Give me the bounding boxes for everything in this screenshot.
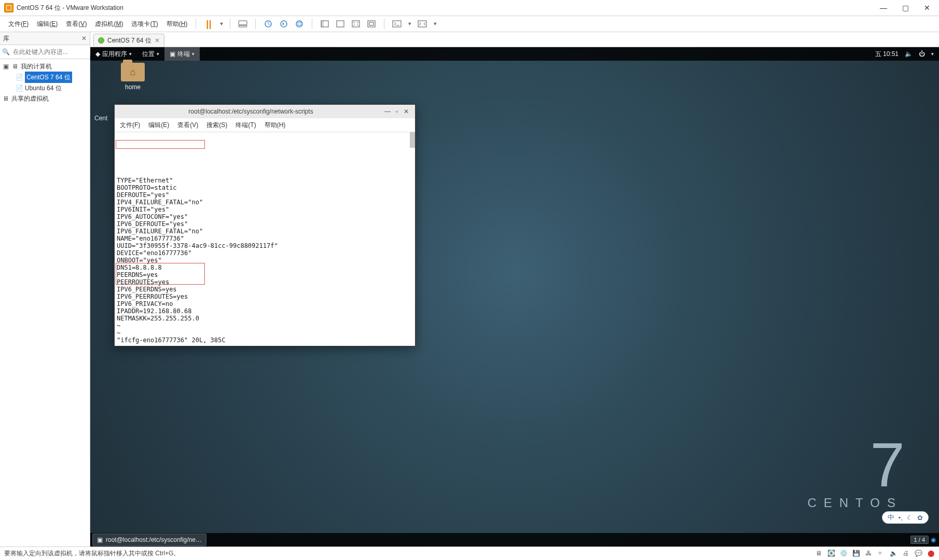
window-minimize-button[interactable]: — — [880, 4, 887, 12]
library-search[interactable]: 🔍 ▼ — [0, 45, 90, 59]
view-fullscreen-button[interactable] — [350, 18, 362, 30]
enter-guest-button[interactable] — [391, 18, 403, 30]
vm-tab-close-button[interactable]: ✕ — [155, 37, 160, 44]
ime-punct-button[interactable]: •, — [899, 514, 903, 522]
status-record-icon[interactable]: ⬤ — [927, 549, 935, 557]
terminal-titlebar[interactable]: root@localhost:/etc/sysconfig/network-sc… — [115, 105, 415, 118]
ime-moon-button[interactable]: ☾ — [907, 514, 913, 522]
terminal-menu-file[interactable]: 文件(F) — [120, 121, 140, 130]
taskbar-item-terminal[interactable]: ▣ root@localhost:/etc/sysconfig/ne… — [92, 534, 206, 546]
status-usb-icon[interactable]: ᯤ — [877, 549, 885, 557]
status-network-icon[interactable]: 🖧 — [864, 549, 873, 557]
stretch-guest-caret[interactable]: ▼ — [433, 21, 437, 26]
terminal-menu-edit[interactable]: 编辑(E) — [148, 121, 169, 130]
terminal-line: IPV6_DEFROUTE="yes" — [117, 220, 413, 228]
gnome-clock[interactable]: 五 10:51 — [875, 50, 899, 59]
view-console-button[interactable] — [319, 18, 331, 30]
vm-tab-label: CentOS 7 64 位 — [107, 36, 151, 45]
terminal-close-button[interactable]: ✕ — [402, 108, 411, 115]
window-maximize-button[interactable]: ▢ — [902, 4, 909, 12]
menu-help[interactable]: 帮助(H) — [162, 18, 192, 31]
terminal-line: BOOTPROTO=static — [117, 184, 413, 191]
gnome-terminal-launcher[interactable]: ▣ 终端 ▾ — [164, 47, 200, 61]
menu-edit[interactable]: 编辑(E) — [33, 18, 62, 31]
vm-tab-centos[interactable]: CentOS 7 64 位 ✕ — [93, 34, 164, 47]
power-dropdown-caret[interactable]: ▼ — [219, 21, 224, 26]
terminal-line: IPADDR=192.168.80.68 — [117, 307, 413, 315]
send-ctrlaltdel-button[interactable] — [237, 18, 249, 30]
terminal-menubar: 文件(F) 编辑(E) 查看(V) 搜索(S) 终端(T) 帮助(H) — [115, 118, 415, 132]
tree-vm-centos[interactable]: 📄 CentOS 7 64 位 — [1, 72, 89, 83]
ime-language-button[interactable]: 中 — [888, 513, 894, 522]
tree-shared-vms[interactable]: 🖥 共享的虚拟机 — [1, 93, 89, 104]
status-sound-icon[interactable]: 🔈 — [889, 549, 897, 557]
view-unity-button[interactable] — [365, 18, 378, 30]
window-close-button[interactable]: ✕ — [923, 4, 931, 12]
menu-vm[interactable]: 虚拟机(M) — [91, 18, 127, 31]
status-cd-icon[interactable]: 💿 — [839, 549, 848, 557]
vm-icon: 📄 — [16, 74, 23, 81]
pause-vm-button[interactable]: || — [202, 18, 215, 30]
ime-settings-button[interactable]: ✿ — [917, 514, 923, 522]
terminal-line: NETMASKK=255.255.255.0 — [117, 315, 413, 322]
status-printer-icon[interactable]: 🖨 — [902, 549, 910, 557]
status-disk-icon[interactable]: 💽 — [827, 549, 835, 557]
snapshot-revert-button[interactable] — [278, 18, 290, 30]
terminal-minimize-button[interactable]: — — [383, 108, 392, 115]
terminal-line: IPV4_FAILURE_FATAL="no" — [117, 199, 413, 206]
terminal-line: ~ — [117, 329, 413, 337]
terminal-window[interactable]: root@localhost:/etc/sysconfig/network-sc… — [114, 104, 416, 346]
toolbar-separator — [312, 19, 312, 29]
system-menu-caret[interactable]: ▾ — [931, 51, 934, 57]
svg-rect-14 — [418, 21, 426, 27]
terminal-line: NAME="eno16777736" — [117, 235, 413, 242]
terminal-line: ~ — [117, 322, 413, 329]
power-icon[interactable]: ⏻ — [919, 50, 925, 58]
view-single-button[interactable] — [334, 18, 347, 30]
enter-guest-caret[interactable]: ▼ — [407, 21, 412, 26]
desktop-home-icon[interactable]: ⌂ home — [116, 63, 149, 91]
svg-rect-10 — [368, 21, 375, 27]
gnome-applications-menu[interactable]: ◆ 应用程序 ▾ — [90, 47, 137, 61]
status-monitor-icon[interactable]: 🖥 — [814, 549, 823, 557]
menu-tabs[interactable]: 选项卡(T) — [127, 18, 162, 31]
svg-rect-11 — [369, 22, 374, 25]
snapshot-manager-button[interactable] — [293, 18, 306, 30]
search-icon: 🔍 — [2, 48, 10, 55]
terminal-line: DNS1=8.8.8.8 — [117, 264, 413, 271]
svg-rect-7 — [321, 21, 324, 27]
show-desktop-icon[interactable]: ◉ — [931, 536, 936, 543]
volume-icon[interactable]: 🔈 — [905, 50, 913, 58]
tree-my-computer[interactable]: ▣ 🖥 我的计算机 — [1, 61, 89, 72]
stretch-guest-button[interactable] — [416, 18, 429, 30]
workspace-indicator[interactable]: 1 / 4 — [910, 536, 929, 544]
vm-running-icon — [98, 37, 104, 44]
terminal-menu-search[interactable]: 搜索(S) — [206, 121, 227, 130]
computer-icon: 🖥 — [2, 95, 9, 102]
gnome-top-bar: ◆ 应用程序 ▾ 位置 ▾ ▣ 终端 ▾ 五 10:51 🔈 ⏻ ▾ — [90, 47, 939, 61]
status-message-icon[interactable]: 💬 — [914, 549, 922, 557]
ime-floating-bar[interactable]: 中 •, ☾ ✿ — [882, 511, 929, 524]
guest-desktop[interactable]: ◆ 应用程序 ▾ 位置 ▾ ▣ 终端 ▾ 五 10:51 🔈 ⏻ ▾ ⌂ hom… — [90, 47, 939, 547]
snapshot-take-button[interactable] — [262, 18, 274, 30]
terminal-menu-help[interactable]: 帮助(H) — [265, 121, 286, 130]
terminal-maximize-button[interactable]: ▫ — [392, 108, 402, 115]
terminal-line: IPV6_FAILURE_FATAL="no" — [117, 228, 413, 235]
library-header: 库 ✕ — [0, 32, 90, 45]
gnome-taskbar: ▣ root@localhost:/etc/sysconfig/ne… 1 / … — [90, 533, 939, 547]
toolbar-separator — [196, 19, 196, 29]
menu-view[interactable]: 查看(V) — [62, 18, 91, 31]
tree-vm-ubuntu[interactable]: 📄 Ubuntu 64 位 — [1, 83, 89, 93]
vm-icon: 📄 — [16, 85, 23, 92]
menu-file[interactable]: 文件(F) — [4, 18, 33, 31]
status-floppy-icon[interactable]: 💾 — [852, 549, 860, 557]
terminal-menu-terminal[interactable]: 终端(T) — [236, 121, 256, 130]
library-search-input[interactable] — [12, 48, 92, 56]
svg-rect-9 — [352, 21, 360, 27]
library-close-button[interactable]: ✕ — [81, 35, 87, 42]
terminal-line: IPV6INIT="yes" — [117, 206, 413, 213]
gnome-places-menu[interactable]: 位置 ▾ — [137, 47, 164, 61]
terminal-scrollbar[interactable] — [410, 132, 415, 148]
terminal-menu-view[interactable]: 查看(V) — [177, 121, 198, 130]
terminal-content[interactable]: TYPE="Ethernet"BOOTPROTO=staticDEFROUTE=… — [115, 132, 415, 346]
